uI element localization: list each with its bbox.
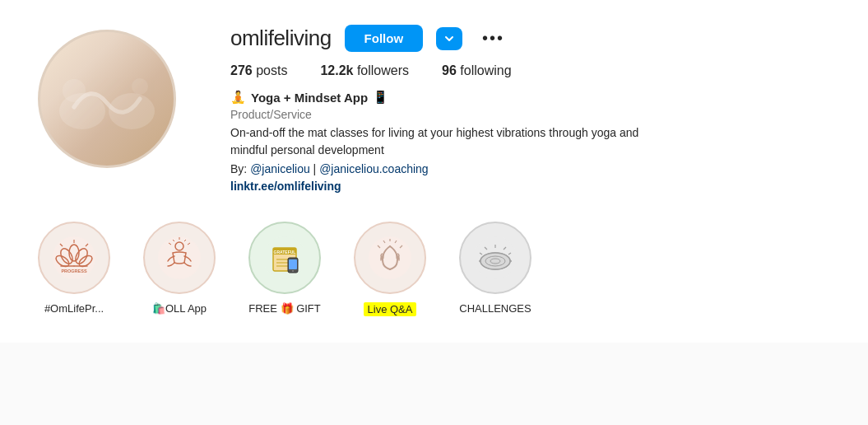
bio-name: 🧘 Yoga + Mindset App 📱	[230, 90, 835, 105]
highlight-label-challenges: CHALLENGES	[459, 302, 531, 315]
svg-point-16	[158, 236, 201, 279]
svg-point-33	[369, 236, 411, 279]
grateful-icon: GRATEFUL	[262, 235, 308, 281]
highlight-item-free-gift[interactable]: GRATEFUL FREE 🎁 GIFT	[244, 222, 326, 316]
highlight-circle-challenges	[459, 222, 531, 294]
highlight-item-progress[interactable]: PROGRESS #OmLifePr...	[33, 222, 115, 316]
bio-url[interactable]: linktr.ee/omlifeliving	[230, 180, 341, 193]
svg-point-3	[132, 78, 148, 95]
avatar-section	[33, 25, 181, 173]
lotus-icon: PROGRESS	[51, 235, 97, 281]
bio-mentions: By: @janiceliou | @janiceliou.coaching	[230, 162, 835, 175]
svg-text:GRATEFUL: GRATEFUL	[274, 250, 296, 255]
svg-point-41	[480, 253, 510, 269]
highlight-item-oll-app[interactable]: 🛍️OLL App	[138, 222, 220, 316]
highlight-circle-live-qa	[354, 222, 426, 294]
highlight-label-oll-app: 🛍️OLL App	[152, 302, 207, 315]
yoga-roll-icon	[472, 235, 518, 281]
bio-category: Product/Service	[230, 108, 835, 121]
username-row: omlifeliving Follow •••	[230, 25, 835, 52]
following-stat: 96 following	[442, 63, 512, 78]
highlight-label-progress: #OmLifePr...	[44, 302, 104, 315]
highlight-circle-oll-app	[143, 222, 216, 294]
highlight-circle-progress: PROGRESS	[38, 222, 110, 294]
svg-text:PROGRESS: PROGRESS	[61, 269, 87, 273]
highlight-label-live-qa: Live Q&A	[364, 302, 417, 316]
highlight-circle-free-gift: GRATEFUL	[248, 222, 321, 294]
svg-point-2	[63, 79, 86, 102]
profile-top: omlifeliving Follow ••• 276 posts 12.2k …	[33, 25, 835, 194]
mention1-link[interactable]: @janiceliou	[250, 162, 310, 175]
follow-button[interactable]: Follow	[345, 25, 424, 52]
chevron-down-icon	[444, 34, 454, 44]
mention2-link[interactable]: @janiceliou.coaching	[319, 162, 429, 175]
profile-info: omlifeliving Follow ••• 276 posts 12.2k …	[230, 25, 835, 194]
svg-rect-31	[289, 259, 297, 269]
meditating-icon	[156, 235, 202, 281]
profile-container: omlifeliving Follow ••• 276 posts 12.2k …	[0, 0, 868, 343]
bio-link: linktr.ee/omlifeliving	[230, 179, 835, 194]
highlight-label-free-gift: FREE 🎁 GIFT	[248, 302, 321, 315]
stats-row: 276 posts 12.2k followers 96 following	[230, 63, 835, 78]
dropdown-button[interactable]	[436, 27, 462, 50]
avatar	[38, 30, 176, 168]
followers-stat: 12.2k followers	[320, 63, 409, 78]
more-options-button[interactable]: •••	[476, 26, 511, 51]
highlight-item-live-qa[interactable]: Live Q&A	[349, 222, 431, 316]
highlight-item-challenges[interactable]: CHALLENGES	[454, 222, 536, 316]
posts-stat: 276 posts	[230, 63, 287, 78]
highlights-section: PROGRESS #OmLifePr...	[33, 202, 835, 326]
bio-section: 🧘 Yoga + Mindset App 📱 Product/Service O…	[230, 90, 835, 194]
username: omlifeliving	[230, 26, 332, 51]
bio-description: On-and-off the mat classes for living at…	[230, 124, 691, 159]
praying-hands-icon	[367, 235, 413, 281]
svg-point-32	[292, 270, 294, 272]
